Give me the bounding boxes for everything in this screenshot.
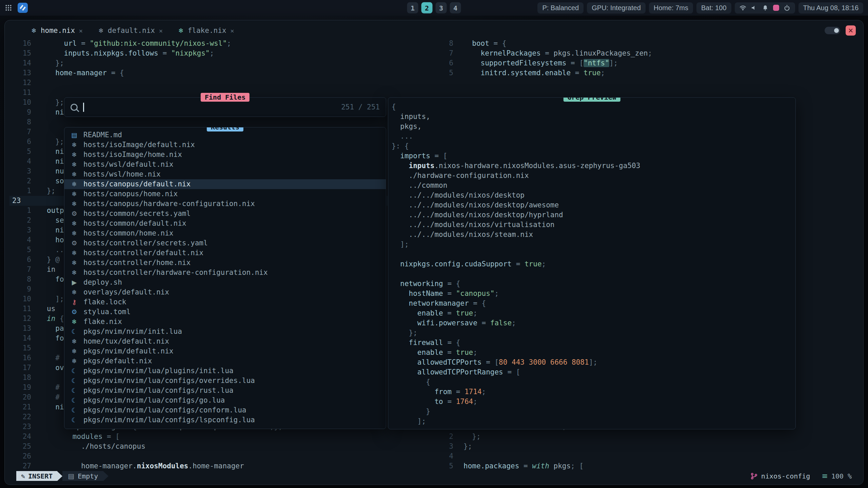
yaml-icon: ⚙ (70, 238, 79, 248)
nix-icon: ❄ (31, 27, 37, 34)
finder-item[interactable]: ❄hosts/common/home.nix (64, 228, 386, 238)
finder-item-name: hosts/common/home.nix (83, 228, 174, 238)
finder-item-name: README.md (83, 130, 122, 140)
finder-item[interactable]: ❄hosts/canopus/hardware-configuration.ni… (64, 199, 386, 209)
finder-item-name: pkgs/nvim/nvim/init.lua (83, 327, 182, 337)
line-number: 6 (9, 255, 31, 265)
finder-item[interactable]: ❄hosts/isoImage/home.nix (64, 150, 386, 160)
lua-icon: ☾ (70, 395, 79, 405)
finder-item[interactable]: ☾pkgs/nvim/nvim/lua/configs/go.lua (64, 395, 386, 405)
tab-close-icon[interactable]: ✕ (159, 27, 163, 34)
tray-icons (735, 2, 795, 14)
line-number: 13 (9, 68, 31, 78)
finder-item[interactable]: ❄home/tux/default.nix (64, 337, 386, 346)
finder-item-name: hosts/controller/secrets.yaml (83, 238, 208, 248)
code-line: 6 supportedFilesystems = ["ntfs"]; (432, 58, 863, 68)
finder-item[interactable]: ⚙hosts/common/secrets.yaml (64, 209, 386, 219)
workspace-button[interactable]: 3 (436, 2, 447, 14)
finder-item[interactable]: ❄hosts/canopus/home.nix (64, 189, 386, 199)
finder-item[interactable]: ❄hosts/common/default.nix (64, 219, 386, 228)
finder-item[interactable]: ❄hosts/wsl/default.nix (64, 160, 386, 169)
close-icon: ✕ (848, 27, 853, 34)
finder-item-name: hosts/common/default.nix (83, 219, 186, 228)
line-number: 2 (432, 432, 453, 442)
window-close-button[interactable]: ✕ (846, 25, 856, 36)
finder-item-name: pkgs/default.nix (83, 356, 152, 366)
tab-flake-nix[interactable]: ❄ flake.nix ✕ (178, 26, 234, 35)
line-number: 10 (9, 98, 31, 107)
line-number: 8 (432, 39, 453, 48)
finder-item[interactable]: ☾pkgs/nvim/nvim/lua/configs/lspconfig.lu… (64, 415, 386, 425)
finder-item-name: pkgs/nvim/nvim/lua/configs/go.lua (83, 395, 225, 405)
finder-item[interactable]: ☾pkgs/nvim/nvim/lua/plugins/init.lua (64, 366, 386, 376)
clock-module: Thu Aug 08, 18:16 (798, 2, 863, 14)
finder-item[interactable]: ▶deploy.sh (64, 278, 386, 287)
finder-item[interactable]: ❄pkgs/nvim/default.nix (64, 346, 386, 356)
workspace-button[interactable]: 1 (407, 2, 418, 14)
tab-close-icon[interactable]: ✕ (230, 27, 234, 34)
code-line: 8 (9, 117, 418, 127)
finder-item[interactable]: ⚙stylua.toml (64, 307, 386, 317)
finder-item-name: hosts/controller/hardware-configuration.… (83, 268, 268, 278)
powerline-separator (103, 471, 108, 481)
line-number: 3 (9, 166, 31, 176)
nix-icon: ❄ (70, 219, 79, 228)
finder-item[interactable]: ☾pkgs/nvim/nvim/init.lua (64, 327, 386, 337)
finder-item[interactable]: ⚙hosts/controller/secrets.yaml (64, 238, 386, 248)
finder-item[interactable]: ❄flake.nix (64, 317, 386, 327)
finder-item[interactable]: ❄hosts/controller/hardware-configuration… (64, 268, 386, 278)
code-line: 24 modules = [ (9, 432, 418, 442)
tab-home-nix[interactable]: ❄ home.nix ✕ (31, 26, 83, 35)
lua-icon: ☾ (70, 386, 79, 395)
finder-item[interactable]: ❄hosts/wsl/home.nix (64, 169, 386, 179)
finder-item[interactable]: ☾pkgs/nvim/nvim/lua/configs/rust.lua (64, 386, 386, 395)
line-number: 7 (9, 127, 31, 137)
code-line: 27 home-manager.nixosModules.home-manage… (9, 461, 418, 471)
finder-item[interactable]: ❄overlays/default.nix (64, 287, 386, 297)
mode-indicator: ✎ INSERT (16, 471, 57, 481)
workspace-button[interactable]: 2 (421, 2, 433, 14)
tab-close-icon[interactable]: ✕ (79, 27, 83, 34)
line-number: 7 (432, 48, 453, 58)
status-bar: ✎ INSERT ▤ Empty nixos-config (16, 471, 852, 481)
nix-icon: ❄ (70, 356, 79, 366)
finder-item[interactable]: ▤README.md (64, 130, 386, 140)
line-number: 7 (9, 265, 31, 274)
finder-item[interactable]: ☾pkgs/nvim/nvim/lua/configs/overrides.lu… (64, 376, 386, 386)
line-number: 5 (9, 147, 31, 157)
line-number: 6 (9, 137, 31, 147)
finder-item[interactable]: ❄hosts/controller/home.nix (64, 258, 386, 268)
finder-item[interactable]: ❄pkgs/default.nix (64, 356, 386, 366)
workspace-button[interactable]: 4 (450, 2, 461, 14)
line-number: 16 (9, 39, 31, 48)
line-number: 20 (9, 392, 31, 402)
finder-item-name: hosts/canopus/hardware-configuration.nix (83, 199, 255, 209)
finder-item[interactable]: ❄hosts/canopus/default.nix (64, 179, 386, 189)
code-line: }: { (392, 141, 795, 151)
line-number: 1 (9, 186, 31, 196)
find-files-title-badge: Find Files (201, 93, 250, 102)
scroll-percent: ≡ 100 % (822, 472, 852, 480)
finder-item[interactable]: ⚷flake.lock (64, 297, 386, 307)
line-number: 15 (9, 343, 31, 353)
code-line: ../common (392, 181, 795, 190)
tab-default-nix[interactable]: ❄ default.nix ✕ (98, 26, 163, 35)
line-number: 22 (9, 412, 31, 422)
nix-icon: ❄ (70, 140, 79, 150)
finder-item-name: hosts/controller/home.nix (83, 258, 191, 268)
line-number: 25 (9, 442, 31, 451)
finder-item[interactable]: ☾pkgs/nvim/nvim/lua/configs/conform.lua (64, 405, 386, 415)
window-toggle-button[interactable] (825, 27, 840, 34)
line-number: 9 (9, 284, 31, 294)
code-line: { (392, 377, 795, 387)
top-bar: 1234 P: Balanced GPU: Integrated Home: 7… (0, 0, 868, 16)
code-line: to = 1764; (392, 397, 795, 407)
line-number: 3 (9, 225, 31, 235)
code-line: imports = [ (392, 151, 795, 161)
lock-icon: ⚷ (70, 297, 79, 307)
finder-item-name: pkgs/nvim/nvim/lua/configs/rust.lua (83, 386, 234, 395)
launcher-icon[interactable] (5, 4, 12, 12)
finder-item[interactable]: ❄hosts/isoImage/default.nix (64, 140, 386, 150)
finder-item[interactable]: ❄hosts/controller/default.nix (64, 248, 386, 258)
results-title-badge: Results (207, 127, 243, 131)
